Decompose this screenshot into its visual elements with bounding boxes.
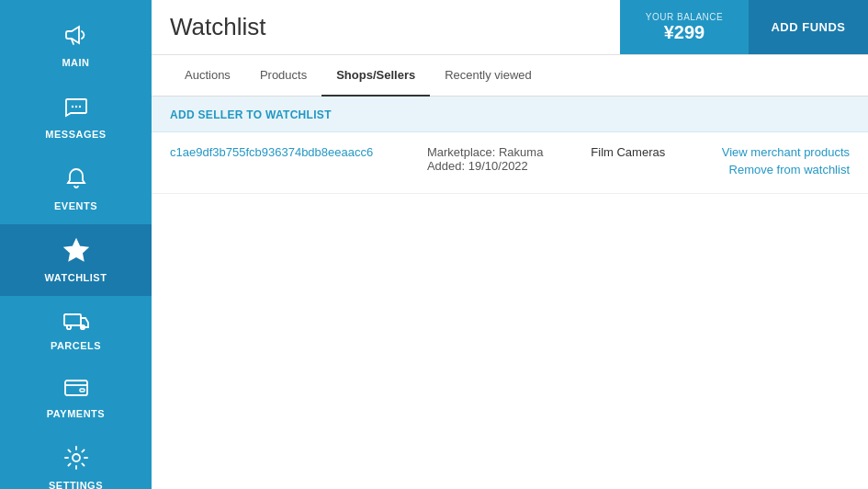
category-cell: Film Cameras	[572, 132, 692, 194]
svg-rect-8	[80, 389, 85, 392]
marketplace-cell: Marketplace: Rakuma Added: 19/10/2022	[409, 132, 572, 194]
add-seller-to-watchlist-link[interactable]: ADD SELLER TO WATCHLIST	[170, 108, 332, 121]
content-area: ADD SELLER TO WATCHLIST c1ae9df3b755fcb9…	[152, 97, 868, 489]
sidebar-item-messages-label: Messages	[45, 129, 106, 140]
added-date: Added: 19/10/2022	[427, 159, 554, 173]
svg-rect-4	[64, 314, 81, 325]
tab-recently-viewed[interactable]: Recently viewed	[430, 55, 547, 97]
truck-icon	[62, 309, 90, 335]
gear-icon	[63, 445, 89, 474]
sidebar: Main Messages Events Watchlist	[0, 0, 152, 489]
svg-point-1	[74, 106, 76, 108]
balance-label: YOUR BALANCE	[646, 12, 723, 22]
svg-point-0	[71, 106, 73, 108]
sidebar-item-events[interactable]: Events	[0, 153, 152, 224]
sidebar-item-settings-label: Settings	[49, 480, 103, 489]
svg-marker-3	[65, 240, 87, 260]
seller-id-link[interactable]: c1ae9df3b755fcb936374bdb8eeaacc6	[170, 145, 373, 159]
messages-icon	[63, 94, 89, 123]
page-title: Watchlist	[170, 13, 266, 41]
add-seller-bar: ADD SELLER TO WATCHLIST	[152, 97, 868, 132]
balance-amount: ¥299	[664, 22, 705, 43]
svg-rect-7	[65, 381, 87, 395]
sidebar-item-watchlist-label: Watchlist	[45, 272, 107, 283]
watchlist-table: c1ae9df3b755fcb936374bdb8eeaacc6 Marketp…	[152, 132, 868, 194]
sidebar-item-watchlist[interactable]: Watchlist	[0, 224, 152, 296]
header-title-area: Watchlist	[152, 0, 620, 54]
sidebar-item-parcels[interactable]: Parcels	[0, 296, 152, 364]
main-content: Watchlist YOUR BALANCE ¥299 ADD FUNDS Au…	[152, 0, 868, 489]
sidebar-item-main[interactable]: Main	[0, 9, 152, 81]
star-icon	[63, 237, 89, 267]
remove-from-watchlist-link[interactable]: Remove from watchlist	[710, 163, 850, 176]
table-row: c1ae9df3b755fcb936374bdb8eeaacc6 Marketp…	[152, 132, 868, 194]
sidebar-item-payments[interactable]: Payments	[0, 364, 152, 432]
tabs: Auctions Products Shops/Sellers Recently…	[152, 55, 868, 97]
seller-id-cell: c1ae9df3b755fcb936374bdb8eeaacc6	[152, 132, 409, 194]
bell-icon	[63, 165, 89, 195]
wallet-icon	[63, 377, 89, 403]
svg-point-5	[66, 325, 70, 329]
view-merchant-products-link[interactable]: View merchant products	[710, 145, 850, 159]
header: Watchlist YOUR BALANCE ¥299 ADD FUNDS	[152, 0, 868, 55]
add-funds-button[interactable]: ADD FUNDS	[749, 0, 868, 54]
svg-point-9	[73, 454, 80, 461]
sidebar-item-main-label: Main	[62, 57, 89, 68]
sidebar-item-parcels-label: Parcels	[51, 340, 101, 351]
marketplace-name: Marketplace: Rakuma	[427, 145, 554, 159]
sidebar-item-payments-label: Payments	[47, 408, 105, 419]
balance-block: YOUR BALANCE ¥299	[620, 0, 749, 54]
sidebar-item-events-label: Events	[54, 200, 97, 211]
category-name: Film Cameras	[591, 145, 665, 159]
megaphone-icon	[63, 22, 89, 51]
tab-auctions[interactable]: Auctions	[170, 55, 245, 97]
sidebar-item-messages[interactable]: Messages	[0, 81, 152, 153]
svg-point-2	[78, 106, 80, 108]
sidebar-item-settings[interactable]: Settings	[0, 432, 152, 489]
tab-products[interactable]: Products	[245, 55, 321, 97]
actions-cell: View merchant products Remove from watch…	[692, 132, 868, 194]
tab-shops-sellers[interactable]: Shops/Sellers	[321, 55, 430, 97]
